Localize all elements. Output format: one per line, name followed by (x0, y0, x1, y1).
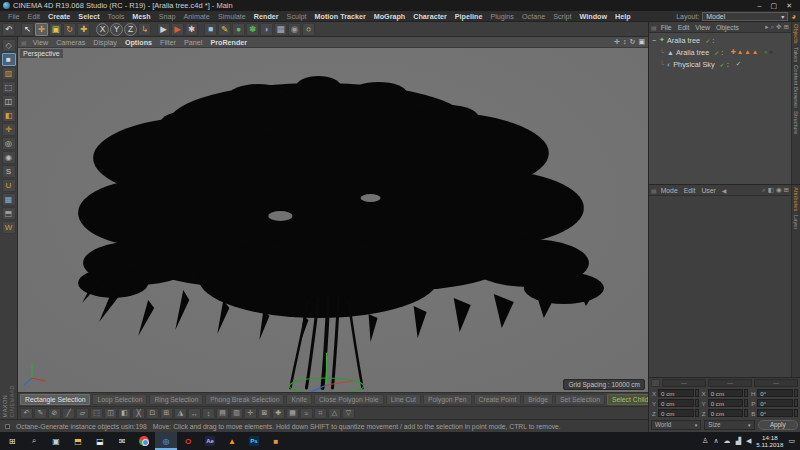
magnet-icon[interactable]: U (2, 179, 16, 192)
close-button[interactable]: ✕ (786, 0, 792, 11)
phong-tag-icon[interactable]: ▲ (744, 47, 750, 57)
render-picture-viewer-icon[interactable]: ▶ (171, 23, 184, 36)
menu-item[interactable]: Snap (155, 12, 180, 21)
coord-system-icon[interactable]: ↳ (138, 23, 151, 36)
expander-icon[interactable]: − (651, 37, 657, 44)
menu-item[interactable]: Window (576, 12, 611, 21)
palette-tool-icon[interactable]: ╳ (132, 408, 145, 419)
spline-pen-icon[interactable]: ✎ (218, 23, 231, 36)
knife-button[interactable]: Knife (286, 394, 312, 405)
rotation-field[interactable]: 0° (757, 399, 793, 407)
perspective-viewport[interactable]: ▤ ViewCamerasDisplayOptionsFilterPanelPr… (18, 37, 648, 392)
palette-tool-icon[interactable]: ≈ (300, 408, 313, 419)
cloner-icon[interactable]: ✽ (246, 23, 259, 36)
filter-icon[interactable]: ✥ (776, 23, 781, 31)
onedrive-icon[interactable]: ☁ (724, 437, 731, 445)
menu-item[interactable]: Select (74, 12, 103, 21)
menu-item[interactable]: Edit (681, 187, 699, 194)
back-arrow-icon[interactable]: ◀ (722, 187, 727, 194)
arrow-right-icon[interactable]: ▸ (765, 23, 768, 31)
model-mode-icon[interactable]: ■ (2, 53, 16, 66)
panel-tab[interactable]: Content Browser (792, 65, 800, 108)
menu-item[interactable]: Animate (180, 12, 214, 21)
lock-icon[interactable]: ◧ (768, 186, 774, 194)
chrome-icon[interactable] (133, 432, 155, 450)
menu-item[interactable]: Create (44, 12, 74, 21)
ring-selection-button[interactable]: Ring Selection (149, 394, 203, 405)
palette-tool-icon[interactable]: ↶ (20, 408, 33, 419)
select-children-button[interactable]: Select Children (607, 394, 648, 405)
menu-item[interactable]: Script (549, 12, 575, 21)
zoom-view-icon[interactable]: ↕ (623, 38, 627, 46)
palette-tool-icon[interactable]: ╱ (62, 408, 75, 419)
stepper[interactable] (695, 389, 699, 397)
palette-tool-icon[interactable]: ◮ (174, 408, 187, 419)
cinema4d-icon[interactable]: ◎ (155, 432, 177, 450)
palette-tool-icon[interactable]: ✎ (34, 408, 47, 419)
y-axis-lock-icon[interactable]: Y (110, 23, 123, 36)
stepper[interactable] (794, 409, 798, 417)
workplane-icon[interactable]: ▦ (2, 193, 16, 206)
material-tag-icon[interactable]: ● (764, 47, 768, 57)
live-selection-icon[interactable]: ↖ (21, 23, 34, 36)
enable-axis-icon[interactable]: ◎ (2, 137, 16, 150)
rotation-field[interactable]: 0° (757, 389, 793, 397)
palette-tool-icon[interactable]: ⊠ (258, 408, 271, 419)
menu-item[interactable]: Motion Tracker (311, 12, 370, 21)
opera-icon[interactable]: O (177, 432, 199, 450)
create-point-button[interactable]: Create Point (474, 394, 522, 405)
palette-tool-icon[interactable]: ✛ (244, 408, 257, 419)
add-icon[interactable]: ⊞ (784, 186, 789, 194)
after-effects-icon[interactable]: Ae (199, 432, 221, 450)
phong-break-selection-button[interactable]: Phong Break Selection (205, 394, 284, 405)
palette-tool-icon[interactable]: ↔ (188, 408, 201, 419)
menu-item[interactable]: Tools (104, 12, 129, 21)
file-explorer-icon[interactable]: ⬒ (67, 432, 89, 450)
phong-tag-icon[interactable]: ▲ (737, 47, 743, 57)
apply-button[interactable]: Apply (758, 420, 798, 430)
weights-icon[interactable]: W (2, 221, 16, 234)
notifications-icon[interactable]: ▭ (788, 437, 795, 445)
polygons-mode-icon[interactable]: ◧ (2, 109, 16, 122)
enabled-check-icon[interactable]: ✓ (714, 49, 719, 56)
panel-tab[interactable]: Structure (792, 111, 800, 135)
menu-item[interactable]: Edit (24, 12, 44, 21)
phong-tag-icon[interactable]: ▲ (752, 47, 758, 57)
toggle-view-icon[interactable]: ▣ (638, 38, 645, 46)
panel-tab[interactable]: Attributes (792, 187, 800, 212)
visibility-dots-icon[interactable]: : (712, 37, 714, 44)
people-icon[interactable]: ♙ (702, 437, 708, 445)
search-icon[interactable]: ⌕ (762, 186, 766, 194)
palette-tool-icon[interactable]: ▦ (286, 408, 299, 419)
store-icon[interactable]: ⬓ (89, 432, 111, 450)
light-icon[interactable]: ○ (302, 23, 315, 36)
position-field[interactable]: 0 cm (658, 409, 694, 417)
x-axis-lock-icon[interactable]: X (96, 23, 109, 36)
search-icon[interactable]: ⌕ (23, 432, 45, 450)
minimize-button[interactable]: – (758, 0, 762, 11)
object-axis-icon[interactable]: ✛ (2, 123, 16, 136)
menu-item[interactable]: Mesh (128, 12, 154, 21)
stepper[interactable] (794, 399, 798, 407)
enabled-check-icon[interactable]: ✓ (720, 61, 725, 68)
position-field[interactable]: 0 cm (658, 399, 694, 407)
palette-tool-icon[interactable]: ▤ (216, 408, 229, 419)
stepper[interactable] (744, 389, 748, 397)
points-mode-icon[interactable]: ⬚ (2, 81, 16, 94)
vlc-icon[interactable]: ▲ (221, 432, 243, 450)
add-cube-icon[interactable]: ■ (204, 23, 217, 36)
palette-tool-icon[interactable]: ✚ (272, 408, 285, 419)
edges-mode-icon[interactable]: ◫ (2, 95, 16, 108)
menu-item[interactable]: Edit (675, 24, 693, 31)
material-tag-icon[interactable]: ● (759, 47, 763, 57)
object-row-aralia-tree-parent[interactable]: − ✦ Aralia tree ✓ : (649, 34, 791, 46)
menu-item[interactable]: Render (250, 12, 283, 21)
menu-item[interactable]: File (4, 12, 24, 21)
menu-item[interactable]: MoGraph (370, 12, 410, 21)
palette-tool-icon[interactable]: ⬚ (90, 408, 103, 419)
last-tool-icon[interactable]: ✚ (77, 23, 90, 36)
line-cut-button[interactable]: Line Cut (386, 394, 421, 405)
palette-tool-icon[interactable]: △ (328, 408, 341, 419)
visibility-dots-icon[interactable]: : (721, 49, 723, 56)
menu-item[interactable]: Objects (713, 24, 742, 31)
